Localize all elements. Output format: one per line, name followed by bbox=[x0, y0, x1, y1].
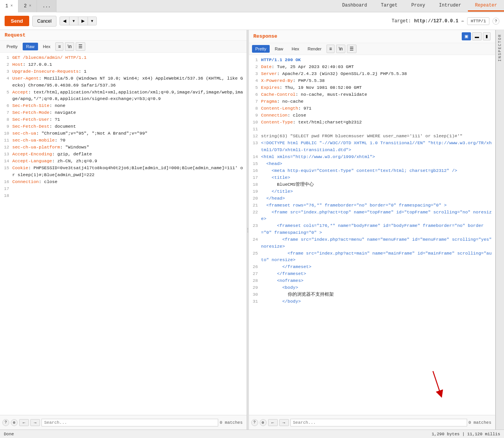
line-number: 25 bbox=[250, 250, 261, 264]
request-code-area[interactable]: 1GET /bluecms/admin/ HTTP/1.12Host: 127.… bbox=[0, 53, 247, 415]
req-hex-btn[interactable]: Hex bbox=[40, 43, 54, 50]
table-row: 8Content-Length: 971 bbox=[249, 105, 496, 112]
line-number: 18 bbox=[2, 192, 12, 199]
req-search-help-icon[interactable]: ? bbox=[2, 419, 9, 426]
menu-dashboard[interactable]: Dashboard bbox=[335, 0, 374, 12]
menu-target[interactable]: Target bbox=[374, 0, 405, 12]
line-content: <head> bbox=[261, 160, 494, 167]
inspector-label: INSPECTOR bbox=[498, 34, 502, 62]
resp-pretty-btn[interactable]: Pretty bbox=[252, 45, 270, 53]
nav-next-dropdown[interactable]: ▾ bbox=[88, 17, 96, 25]
resp-search-prev-btn[interactable]: ← bbox=[268, 419, 278, 426]
target-info: Target: http://127.0.0.1 ✏️ HTTP/1 ? bbox=[392, 17, 499, 25]
line-number: 9 bbox=[2, 123, 12, 130]
req-search-prev-btn[interactable]: ← bbox=[19, 419, 29, 426]
table-row: 29 <body> bbox=[249, 284, 496, 291]
resp-render-btn[interactable]: Render bbox=[304, 45, 325, 53]
line-content: Connection: close bbox=[261, 112, 494, 119]
table-row: 20 </head> bbox=[249, 195, 496, 202]
line-number: 10 bbox=[2, 130, 12, 137]
table-row: 23 <frameset cols="176,*" name="bodyFram… bbox=[249, 222, 496, 236]
req-format-icon[interactable]: ≡ bbox=[55, 42, 63, 51]
protocol-badge[interactable]: HTTP/1 bbox=[467, 17, 489, 25]
line-content: Accept: text/html,application/xhtml+xml,… bbox=[12, 89, 245, 103]
line-number: 1 bbox=[2, 54, 12, 61]
line-content: <title> bbox=[261, 174, 494, 181]
tab-more[interactable]: ... bbox=[37, 0, 56, 12]
line-content: Sec-Fetch-Site: none bbox=[12, 102, 245, 109]
line-content: Cache-Control: no-cache, must-revalidate bbox=[261, 91, 494, 98]
table-row: 11 bbox=[249, 126, 496, 133]
tab-2[interactable]: 2 × bbox=[18, 0, 37, 12]
menu-repeater[interactable]: Repeater bbox=[468, 0, 504, 12]
table-row: 9Connection: close bbox=[249, 112, 496, 119]
panel-divider[interactable] bbox=[247, 30, 249, 430]
req-newline-btn[interactable]: \n bbox=[65, 42, 74, 51]
req-match-count: 0 matches bbox=[220, 420, 244, 425]
tab-2-close[interactable]: × bbox=[29, 4, 31, 8]
line-content: <frame src="index.php?act=menu" name="me… bbox=[261, 236, 494, 250]
table-row: 12sec-ch-ua-platform: "Windows" bbox=[0, 144, 247, 151]
edit-target-icon[interactable]: ✏️ bbox=[461, 18, 464, 24]
response-search-input[interactable] bbox=[290, 419, 467, 426]
response-format-bar: Pretty Raw Hex Render ≡ \n ☰ bbox=[249, 43, 496, 55]
line-content: </head> bbox=[261, 195, 494, 202]
resp-view-right-btn[interactable]: ▮ bbox=[483, 32, 491, 40]
table-row: 17 <title> bbox=[249, 174, 496, 181]
menu-intruder[interactable]: Intruder bbox=[432, 0, 468, 12]
req-raw-btn[interactable]: Raw bbox=[23, 43, 38, 50]
table-row: 31 </body> bbox=[249, 298, 496, 305]
resp-search-gear-icon[interactable]: ⚙ bbox=[260, 419, 267, 426]
line-number: 8 bbox=[2, 116, 12, 123]
tab-1-close[interactable]: × bbox=[10, 4, 13, 8]
line-number: 12 bbox=[250, 133, 261, 140]
tab-1[interactable]: 1 × bbox=[0, 0, 18, 12]
table-row: 12string(63) "SELECT pwd FROM bluecmsuse… bbox=[249, 133, 496, 140]
table-row: 19 </title> bbox=[249, 188, 496, 195]
resp-menu-btn[interactable]: ☰ bbox=[347, 45, 356, 53]
table-row: 2Host: 127.0.0.1 bbox=[0, 61, 247, 68]
line-number: 11 bbox=[250, 126, 261, 133]
resp-match-count: 0 matches bbox=[469, 420, 493, 425]
request-search-input[interactable] bbox=[41, 419, 218, 426]
nav-next-button[interactable]: ▶ bbox=[78, 17, 88, 25]
table-row: 9Sec-Fetch-Dest: document bbox=[0, 123, 247, 130]
resp-view-top-btn[interactable]: ▬ bbox=[472, 32, 482, 40]
line-number: 17 bbox=[2, 185, 12, 192]
line-number: 4 bbox=[250, 77, 261, 84]
resp-search-next-btn[interactable]: → bbox=[279, 419, 289, 426]
resp-format-icon[interactable]: ≡ bbox=[327, 45, 335, 53]
table-row: 8Sec-Fetch-User: ?1 bbox=[0, 116, 247, 123]
line-number: 16 bbox=[2, 178, 12, 185]
resp-hex-btn[interactable]: Hex bbox=[288, 45, 303, 53]
response-code-area[interactable]: 1HTTP/1.1 200 OK2Date: Tue, 25 Apr 2023 … bbox=[249, 55, 496, 415]
resp-raw-btn[interactable]: Raw bbox=[271, 45, 287, 53]
resp-view-split-btn[interactable]: ▣ bbox=[462, 32, 471, 40]
table-row: 6Sec-Fetch-Site: none bbox=[0, 102, 247, 109]
status-left: Done bbox=[4, 432, 14, 436]
nav-prev-button[interactable]: ◀ bbox=[60, 17, 70, 25]
resp-newline-btn[interactable]: \n bbox=[336, 45, 345, 53]
cancel-button[interactable]: Cancel bbox=[32, 16, 56, 27]
table-row: 13Accept-Encoding: gzip, deflate bbox=[0, 151, 247, 158]
line-content: GET /bluecms/admin/ HTTP/1.1 bbox=[12, 54, 245, 61]
table-row: 27 </frameset> bbox=[249, 270, 496, 277]
line-number: 16 bbox=[250, 167, 261, 174]
line-number: 18 bbox=[250, 181, 261, 188]
help-icon[interactable]: ? bbox=[492, 18, 499, 25]
line-number: 17 bbox=[250, 174, 261, 181]
line-number: 7 bbox=[2, 109, 12, 116]
menu-proxy[interactable]: Proxy bbox=[405, 0, 432, 12]
resp-search-help-icon[interactable]: ? bbox=[251, 419, 258, 426]
line-content: <noframes> bbox=[261, 277, 494, 284]
send-button[interactable]: Send bbox=[5, 16, 29, 26]
line-content: string(63) "SELECT pwd FROM bluecmsuser … bbox=[261, 133, 494, 140]
line-content: sec-ch-ua-mobile: ?0 bbox=[12, 137, 245, 144]
nav-prev-dropdown[interactable]: ▾ bbox=[70, 17, 78, 25]
req-search-gear-icon[interactable]: ⚙ bbox=[11, 419, 18, 426]
line-content: HTTP/1.1 200 OK bbox=[261, 57, 494, 63]
req-search-next-btn[interactable]: → bbox=[30, 419, 40, 426]
req-pretty-btn[interactable]: Pretty bbox=[3, 43, 21, 50]
table-row: 16Connection: close bbox=[0, 178, 247, 185]
req-menu-btn[interactable]: ☰ bbox=[76, 42, 85, 51]
